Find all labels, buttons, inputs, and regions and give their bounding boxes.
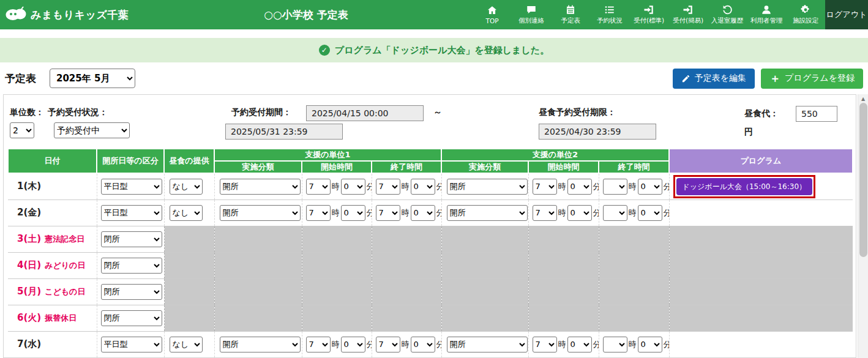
facility-title: ○○小学校 予定表 <box>208 0 404 29</box>
nav-item-history[interactable]: 入退室履歴 <box>708 0 747 29</box>
lunch-select[interactable]: なし <box>170 337 203 352</box>
minute-suffix-label: 分 <box>593 208 599 217</box>
holiday-name-label: 振替休日 <box>45 313 77 323</box>
unit2-start-time-minute-select[interactable]: 0 <box>567 337 592 352</box>
program-highlight-ring: ドッジボール大会（15:00～16:30） <box>673 175 816 198</box>
nav-item-label: 予定表 <box>561 17 580 25</box>
unit2-category-select[interactable]: 開所 <box>447 205 528 221</box>
edit-schedule-button[interactable]: 予定表を編集 <box>673 69 755 89</box>
lunch-deadline-input[interactable] <box>539 124 656 140</box>
col-header-day-type: 開所日等の区分 <box>97 149 164 173</box>
register-button-label: プログラムを登録 <box>785 73 855 84</box>
program-button[interactable]: ドッジボール大会（15:00～16:30） <box>676 178 813 195</box>
day-type-select[interactable]: 平日型 <box>101 205 162 221</box>
hour-suffix-label: 時 <box>402 340 410 349</box>
day-type-select[interactable]: 閉所 <box>101 310 162 326</box>
unit1-end-time-cell: 7時0分 <box>372 200 441 226</box>
disabled-cell <box>669 305 853 331</box>
header-spacer <box>0 29 868 38</box>
nav-item-user[interactable]: 利用者管理 <box>747 0 786 29</box>
nav-item-list[interactable]: 予約状況 <box>590 0 629 29</box>
unit2-end-time-minute-select[interactable]: 0 <box>638 205 662 221</box>
day-type-select[interactable]: 閉所 <box>101 284 162 300</box>
app-name: みまもりキッズ千葉 <box>31 8 129 22</box>
day-type-cell: 閉所 <box>97 226 164 252</box>
nav-item-login[interactable]: 受付(標準) <box>629 0 668 29</box>
unit-count-select[interactable]: 2 <box>10 122 34 138</box>
unit2-end-time-minute-select[interactable]: 0 <box>638 337 662 352</box>
unit1-end-time-minute-select[interactable]: 0 <box>411 179 435 195</box>
unit1-end-time-minute-select[interactable]: 0 <box>411 205 435 221</box>
disabled-cell <box>372 252 441 278</box>
unit1-category-select[interactable]: 開所 <box>220 179 301 195</box>
col-header-category: 実施分類 <box>441 161 528 173</box>
unit1-end-time-hour-select[interactable]: 7 <box>376 337 400 352</box>
unit1-end-time-hour-select[interactable]: 7 <box>376 205 400 221</box>
program-cell: ドッジボール大会（15:00～16:30） <box>669 173 853 200</box>
unit1-end-time-minute-select[interactable]: 0 <box>411 337 435 352</box>
month-select[interactable]: 2025年 5月 <box>50 69 135 88</box>
reservation-period-end-input[interactable] <box>225 124 343 140</box>
unit2-start-time-hour-select[interactable]: 7 <box>533 337 557 352</box>
nav-item-gear[interactable]: 施設設定 <box>786 0 825 29</box>
hour-suffix-label: 時 <box>332 340 340 349</box>
register-program-button[interactable]: ＋ プログラムを登録 <box>761 69 863 89</box>
nav-item-chat[interactable]: 個別連絡 <box>512 0 551 29</box>
col-header-end-time: 終了時間 <box>599 161 669 173</box>
lunch-select[interactable]: なし <box>170 179 203 195</box>
date-cell: 6(火)振替休日 <box>8 305 97 331</box>
schedule-table: 日付 開所日等の区分 昼食の提供 支援の単位1 支援の単位2 プログラム 実施分… <box>7 148 853 358</box>
disabled-cell <box>599 305 669 331</box>
lunch-fee-input[interactable] <box>796 106 837 122</box>
nav-item-login[interactable]: 受付(簡易) <box>668 0 708 29</box>
unit1-start-time-minute-select[interactable]: 0 <box>341 205 365 221</box>
nav-item-calendar[interactable]: 予定表 <box>551 0 590 29</box>
lunch-select[interactable]: なし <box>170 205 203 221</box>
home-icon <box>487 5 498 16</box>
unit1-end-time-hour-select[interactable]: 7 <box>376 179 400 195</box>
plus-icon: ＋ <box>769 73 780 84</box>
unit1-start-time-hour-select[interactable]: 7 <box>306 179 331 195</box>
reservation-status-label: 予約受付状況： <box>48 107 108 118</box>
unit2-end-time-hour-select[interactable] <box>603 205 627 221</box>
disabled-cell <box>302 226 372 252</box>
day-type-select[interactable]: 平日型 <box>101 179 162 195</box>
day-type-select[interactable]: 閉所 <box>101 231 162 247</box>
unit1-category-select[interactable]: 開所 <box>220 205 301 221</box>
scrollbar-thumb[interactable] <box>859 103 867 257</box>
unit1-end-time-cell: 7時0分 <box>372 331 441 357</box>
date-label: 7(水) <box>17 338 41 349</box>
unit1-category-select[interactable]: 開所 <box>220 337 301 352</box>
unit2-end-time-hour-select[interactable] <box>603 179 627 195</box>
unit2-end-time-minute-select[interactable]: 0 <box>638 179 662 195</box>
logout-button[interactable]: ログアウト <box>825 0 868 29</box>
unit2-start-time-hour-select[interactable]: 7 <box>533 179 557 195</box>
unit1-start-time-minute-select[interactable]: 0 <box>341 179 365 195</box>
minute-suffix-label: 分 <box>664 208 670 217</box>
unit1-start-time-minute-select[interactable]: 0 <box>341 337 365 352</box>
unit2-category-select[interactable]: 開所 <box>447 179 528 195</box>
reservation-status-select[interactable]: 予約受付中 <box>54 122 130 138</box>
unit1-start-time-hour-select[interactable]: 7 <box>306 337 331 352</box>
nav-item-label: 施設設定 <box>793 17 818 25</box>
login-icon <box>683 4 694 15</box>
disabled-cell <box>669 226 853 252</box>
holiday-name-label: こどもの日 <box>45 287 85 296</box>
unit2-start-time-hour-select[interactable]: 7 <box>533 205 557 221</box>
unit1-start-time-hour-select[interactable]: 7 <box>306 205 331 221</box>
vertical-scrollbar[interactable]: ▲ <box>858 94 868 358</box>
nav-item-home[interactable]: TOP <box>473 0 512 29</box>
day-type-cell: 閉所 <box>97 252 164 278</box>
user-icon <box>761 4 772 15</box>
unit2-end-time-hour-select[interactable] <box>603 337 627 352</box>
day-type-select[interactable]: 平日型 <box>101 337 162 352</box>
unit2-start-time-minute-select[interactable]: 0 <box>567 179 592 195</box>
reservation-period-start-input[interactable] <box>306 105 424 121</box>
disabled-cell <box>164 278 214 305</box>
unit2-start-time-minute-select[interactable]: 0 <box>567 205 592 221</box>
day-type-select[interactable]: 閉所 <box>101 258 162 274</box>
lunch-fee-label: 昼食代： <box>744 108 779 119</box>
schedule-row: 5(月)こどもの日閉所 <box>8 278 853 305</box>
unit2-category-select[interactable]: 開所 <box>447 337 528 352</box>
app-logo[interactable]: みまもりキッズ千葉 <box>5 0 129 29</box>
